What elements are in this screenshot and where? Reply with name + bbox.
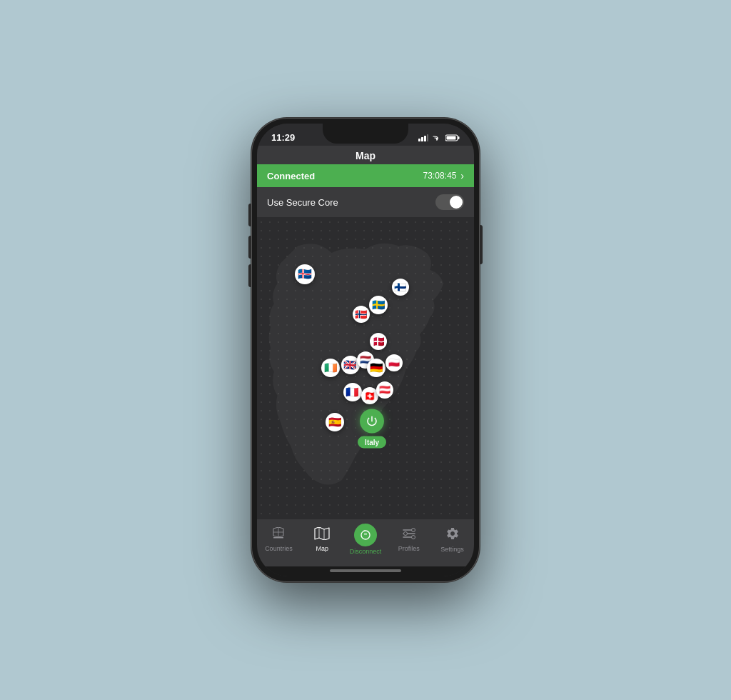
pin-iceland[interactable]: 🇮🇸 bbox=[295, 264, 315, 284]
connected-banner[interactable]: Connected 73:08:45 › bbox=[257, 164, 474, 187]
flag-denmark: 🇩🇰 bbox=[370, 333, 387, 350]
continent-svg bbox=[257, 218, 474, 519]
flag-spain: 🇪🇸 bbox=[326, 413, 344, 431]
chevron-right-icon: › bbox=[460, 170, 464, 181]
status-icons bbox=[418, 134, 460, 141]
home-indicator bbox=[257, 566, 474, 576]
svg-rect-5 bbox=[458, 136, 460, 139]
nav-bar: Map bbox=[257, 146, 474, 164]
pin-denmark[interactable]: 🇩🇰 bbox=[370, 333, 387, 350]
italy-power-pin[interactable]: Italy bbox=[358, 409, 386, 448]
pin-finland[interactable]: 🇫🇮 bbox=[392, 279, 409, 296]
secure-core-row: Use Secure Core bbox=[257, 187, 474, 218]
map-icon bbox=[314, 527, 330, 544]
countries-label: Countries bbox=[265, 545, 293, 552]
nav-title: Map bbox=[278, 150, 453, 161]
tab-profiles[interactable]: Profiles bbox=[391, 527, 427, 552]
disconnect-circle bbox=[354, 524, 377, 546]
pin-ireland[interactable]: 🇮🇪 bbox=[321, 359, 340, 377]
flag-france: 🇫🇷 bbox=[343, 383, 362, 401]
flag-austria: 🇦🇹 bbox=[376, 381, 393, 399]
flag-poland: 🇵🇱 bbox=[385, 354, 403, 371]
svg-point-16 bbox=[403, 531, 407, 535]
settings-icon bbox=[445, 526, 460, 544]
battery-icon bbox=[445, 134, 460, 141]
wifi-icon bbox=[432, 134, 442, 141]
flag-finland: 🇫🇮 bbox=[392, 279, 409, 296]
flag-ireland: 🇮🇪 bbox=[321, 359, 340, 377]
italy-label: Italy bbox=[358, 436, 386, 448]
tab-countries[interactable]: Countries bbox=[261, 527, 296, 552]
countries-icon bbox=[271, 527, 286, 544]
svg-rect-3 bbox=[427, 134, 428, 141]
status-time: 11:29 bbox=[271, 132, 295, 143]
flag-sweden: 🇸🇪 bbox=[369, 296, 388, 314]
connected-status: Connected bbox=[267, 171, 315, 181]
disconnect-label: Disconnect bbox=[350, 548, 382, 555]
phone-device: 11:29 bbox=[251, 118, 480, 582]
flag-iceland: 🇮🇸 bbox=[295, 264, 315, 284]
pin-austria[interactable]: 🇦🇹 bbox=[376, 381, 393, 399]
connected-timer: 73:08:45 bbox=[423, 171, 457, 181]
connected-timer-row: 73:08:45 › bbox=[423, 170, 464, 181]
svg-rect-0 bbox=[418, 139, 420, 141]
profiles-label: Profiles bbox=[398, 545, 420, 552]
svg-point-17 bbox=[411, 535, 415, 539]
pin-poland[interactable]: 🇵🇱 bbox=[385, 354, 403, 371]
tab-settings[interactable]: Settings bbox=[435, 526, 470, 553]
home-bar bbox=[330, 569, 401, 572]
pin-spain[interactable]: 🇪🇸 bbox=[326, 413, 344, 431]
svg-rect-6 bbox=[447, 136, 456, 139]
disconnect-icon bbox=[360, 529, 371, 541]
pin-sweden[interactable]: 🇸🇪 bbox=[369, 296, 388, 314]
secure-core-label: Use Secure Core bbox=[267, 197, 338, 208]
svg-rect-2 bbox=[424, 136, 426, 141]
map-area: 🇮🇸 🇳🇴 🇸🇪 🇫🇮 🇩🇰 🇮🇪 bbox=[257, 218, 474, 519]
tab-map[interactable]: Map bbox=[304, 527, 340, 552]
flag-norway: 🇳🇴 bbox=[353, 306, 370, 323]
pin-germany[interactable]: 🇩🇪 bbox=[367, 359, 385, 377]
pin-france[interactable]: 🇫🇷 bbox=[343, 383, 362, 401]
pin-norway[interactable]: 🇳🇴 bbox=[353, 306, 370, 323]
svg-point-15 bbox=[411, 528, 415, 531]
signal-icon bbox=[418, 134, 428, 141]
flag-germany: 🇩🇪 bbox=[367, 359, 385, 377]
svg-rect-9 bbox=[273, 537, 283, 539]
tab-bar: Countries Map bbox=[257, 519, 474, 566]
svg-rect-1 bbox=[421, 137, 423, 141]
tab-disconnect[interactable]: Disconnect bbox=[348, 524, 383, 555]
profiles-icon bbox=[402, 527, 416, 544]
settings-label: Settings bbox=[440, 546, 464, 553]
map-label: Map bbox=[316, 545, 328, 552]
power-button[interactable] bbox=[360, 409, 384, 433]
secure-core-toggle[interactable] bbox=[435, 194, 464, 210]
phone-screen: 11:29 bbox=[257, 124, 474, 576]
notch bbox=[323, 124, 408, 144]
power-icon bbox=[366, 414, 378, 427]
